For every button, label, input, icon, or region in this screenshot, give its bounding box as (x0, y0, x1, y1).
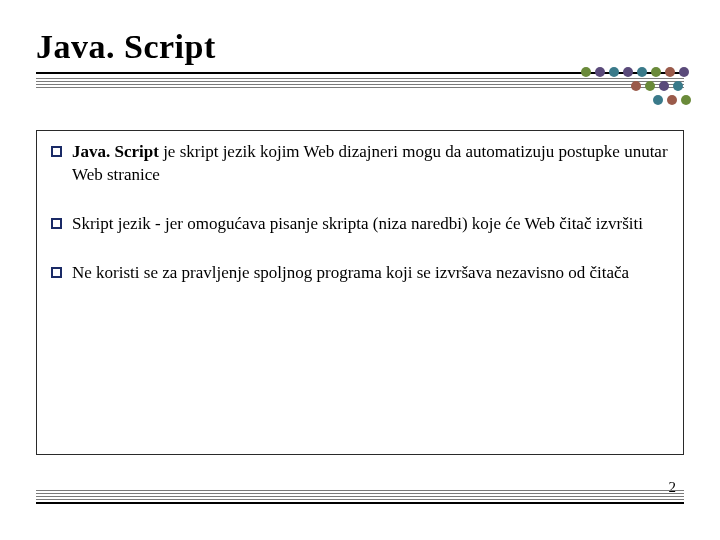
svg-point-7 (679, 67, 689, 77)
svg-point-11 (673, 81, 683, 91)
svg-point-3 (623, 67, 633, 77)
bullet-bold: Java. Script (72, 142, 163, 161)
bullet-text: Skript jezik - jer omogućava pisanje skr… (72, 213, 669, 236)
bullet-square-icon (51, 146, 62, 157)
list-item: Java. Script je skript jezik kojim Web d… (51, 141, 669, 187)
bullet-rest: Ne koristi se za pravljenje spoljnog pro… (72, 263, 629, 282)
bullet-rest: Skript jezik - jer omogućava pisanje skr… (72, 214, 643, 233)
list-item: Ne koristi se za pravljenje spoljnog pro… (51, 262, 669, 285)
svg-point-10 (659, 81, 669, 91)
list-item: Skript jezik - jer omogućava pisanje skr… (51, 213, 669, 236)
svg-point-1 (595, 67, 605, 77)
slide: Java. Script Java. S (0, 0, 720, 540)
decoration-dots (576, 62, 696, 112)
svg-point-13 (667, 95, 677, 105)
content-box: Java. Script je skript jezik kojim Web d… (36, 130, 684, 455)
footer-underline (36, 488, 684, 504)
svg-point-6 (665, 67, 675, 77)
bullet-square-icon (51, 218, 62, 229)
svg-point-8 (631, 81, 641, 91)
svg-point-14 (681, 95, 691, 105)
svg-point-5 (651, 67, 661, 77)
svg-point-0 (581, 67, 591, 77)
svg-point-2 (609, 67, 619, 77)
svg-point-9 (645, 81, 655, 91)
bullet-text: Ne koristi se za pravljenje spoljnog pro… (72, 262, 669, 285)
bullet-square-icon (51, 267, 62, 278)
bullet-text: Java. Script je skript jezik kojim Web d… (72, 141, 669, 187)
svg-point-4 (637, 67, 647, 77)
svg-point-12 (653, 95, 663, 105)
